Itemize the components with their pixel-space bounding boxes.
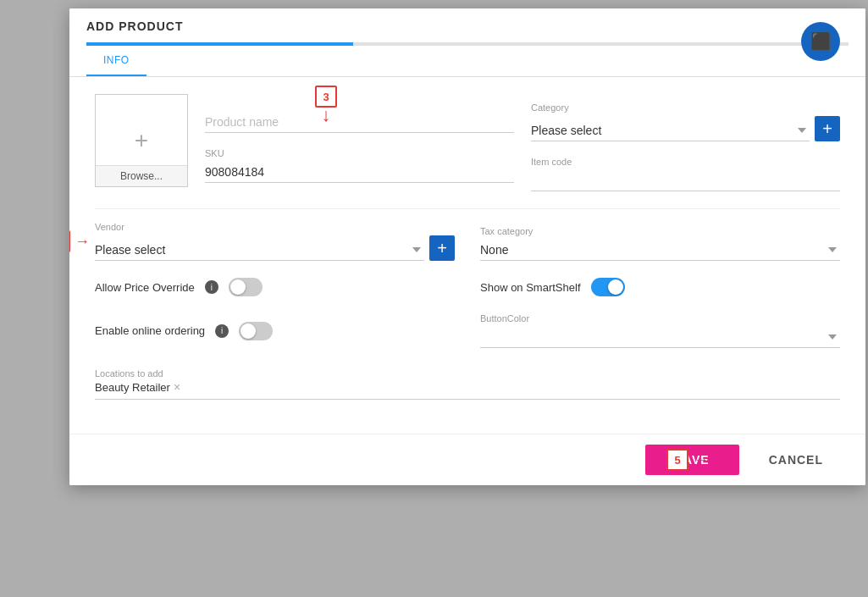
locations-label: Locations to add: [95, 368, 163, 379]
category-label: Category: [531, 102, 840, 113]
tabs-row: INFO: [69, 46, 865, 77]
tax-category-label: Tax category: [480, 226, 840, 236]
browse-button[interactable]: Browse...: [96, 165, 187, 186]
barcode-icon: ⬛: [801, 22, 840, 61]
add-vendor-button[interactable]: +: [429, 235, 455, 261]
product-name-field-group: [205, 112, 514, 133]
vendor-select[interactable]: Please select: [95, 240, 424, 261]
location-tag: Beauty Retailer ×: [95, 380, 180, 394]
sku-label: SKU: [205, 148, 514, 158]
allow-price-override-toggle-item: Allow Price Override i: [95, 278, 455, 296]
product-name-sku-fields: SKU 908084184: [205, 94, 514, 191]
allow-price-info-icon[interactable]: i: [205, 280, 218, 294]
step3-annotation: 3 ↓: [315, 86, 337, 124]
item-code-input[interactable]: [531, 170, 840, 191]
sku-value: 908084184: [205, 162, 514, 183]
button-color-label: ButtonColor: [480, 313, 840, 323]
vendor-label: Vendor: [95, 222, 455, 232]
image-upload-box[interactable]: + Browse...: [95, 94, 188, 187]
tax-category-select[interactable]: None: [480, 240, 840, 261]
product-name-input[interactable]: [205, 112, 514, 133]
tab-info[interactable]: INFO: [86, 46, 147, 76]
location-tag-remove[interactable]: ×: [174, 380, 180, 394]
step4-badge: 4: [69, 230, 70, 252]
progress-bar-container: ⬛: [86, 42, 849, 46]
locations-section: Locations to add Beauty Retailer ×: [95, 365, 840, 400]
show-on-smartshelf-toggle-item: Show on SmartShelf: [480, 278, 840, 296]
add-category-button[interactable]: +: [815, 116, 840, 141]
modal-title: ADD PRODUCT: [86, 19, 183, 33]
modal-body: 3 ↓ + Browse... SKU 908084184: [69, 77, 865, 434]
vendor-tax-row: 4 → Vendor Please select + Tax category …: [95, 222, 840, 261]
modal-header: ADD PRODUCT ⬛: [69, 8, 865, 46]
step5-badge: 5: [666, 449, 688, 471]
vendor-section: Vendor Please select +: [95, 222, 455, 261]
allow-price-override-label: Allow Price Override: [95, 281, 195, 294]
enable-online-ordering-toggle-item: Enable online ordering i: [95, 313, 455, 348]
item-code-field-group: Item code: [531, 157, 840, 191]
toggles-row-2: Enable online ordering i ButtonColor: [95, 313, 840, 348]
location-tag-text: Beauty Retailer: [95, 381, 170, 394]
button-color-select[interactable]: [480, 327, 840, 348]
button-color-section: ButtonColor: [480, 313, 840, 348]
category-field-group: Category Please select +: [531, 102, 840, 141]
category-itemcode-fields: Category Please select + Item code: [531, 94, 840, 191]
modal-footer: 5 → SAVE CANCEL: [69, 434, 865, 485]
item-code-label: Item code: [531, 157, 840, 167]
category-select[interactable]: Please select: [531, 120, 810, 141]
enable-online-ordering-label: Enable online ordering: [95, 324, 205, 337]
progress-bar-fill: [86, 42, 353, 46]
locations-input-row: Beauty Retailer ×: [95, 380, 840, 400]
step5-annotation: 5 →: [666, 449, 709, 471]
image-plus-icon: +: [135, 127, 148, 154]
step4-arrow: →: [75, 233, 90, 251]
enable-online-info-icon[interactable]: i: [215, 324, 229, 338]
divider: [95, 208, 840, 209]
step5-arrow: →: [694, 451, 709, 469]
vendor-select-row: Please select +: [95, 235, 455, 261]
show-on-smartshelf-toggle[interactable]: [591, 278, 625, 296]
step4-annotation: 4 →: [69, 230, 90, 252]
category-row: Please select +: [531, 116, 840, 141]
cancel-button[interactable]: CANCEL: [752, 445, 840, 475]
tax-category-section: Tax category None: [480, 226, 840, 261]
step3-arrow: ↓: [322, 106, 331, 124]
button-color-toggle-item: ButtonColor: [480, 313, 840, 348]
allow-price-override-toggle[interactable]: [229, 278, 263, 296]
add-product-modal: ADD PRODUCT ⬛ INFO 3 ↓ + Browse...: [69, 8, 865, 485]
toggles-row-1: Allow Price Override i Show on SmartShel…: [95, 278, 840, 296]
enable-online-ordering-toggle[interactable]: [239, 322, 273, 340]
show-on-smartshelf-label: Show on SmartShelf: [480, 281, 581, 294]
sku-field-group: SKU 908084184: [205, 148, 514, 183]
